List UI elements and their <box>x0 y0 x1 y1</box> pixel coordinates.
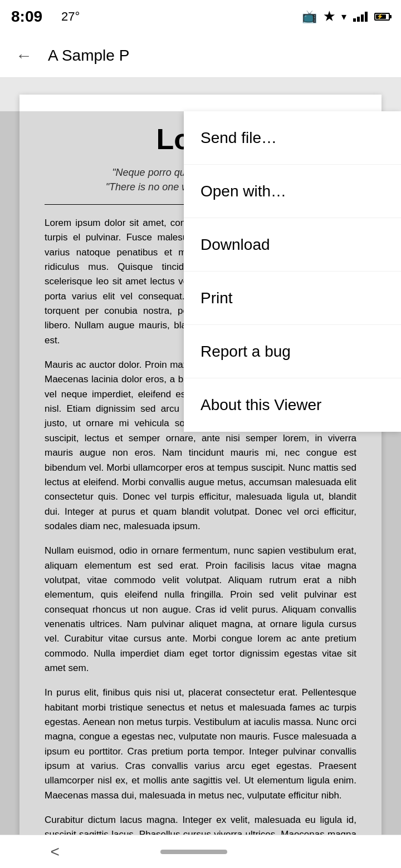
wifi-down-icon: ▾ <box>341 11 346 23</box>
signal-icon <box>353 12 368 22</box>
menu-item-print[interactable]: Print <box>184 272 401 325</box>
menu-item-download[interactable]: Download <box>184 218 401 272</box>
nav-pill <box>160 850 227 854</box>
status-temperature: 27° <box>61 9 80 24</box>
bluetooth-icon: ★ <box>324 9 335 24</box>
menu-item-about-viewer[interactable]: About this Viewer <box>184 378 401 432</box>
menu-item-open-with[interactable]: Open with… <box>184 165 401 218</box>
app-bar: ← A Sample P <box>0 33 401 78</box>
content-area: Lorem "Neque porro quisquam est qui dolo… <box>0 78 401 835</box>
battery-icon: ⚡ <box>374 13 390 21</box>
status-time: 8:09 <box>11 8 42 26</box>
back-button[interactable]: ← <box>11 42 37 70</box>
status-icons: 📺 ★ ▾ ⚡ <box>302 9 390 24</box>
menu-item-report-bug[interactable]: Report a bug <box>184 325 401 378</box>
status-bar: 8:09 27° 📺 ★ ▾ ⚡ <box>0 0 401 33</box>
bottom-nav: < <box>0 835 401 868</box>
dropdown-menu: Send file… Open with… Download Print Rep… <box>184 111 401 432</box>
nav-back-button[interactable]: < <box>51 843 60 861</box>
app-bar-title: A Sample P <box>48 47 390 65</box>
screencast-icon: 📺 <box>302 9 317 24</box>
menu-item-send-file[interactable]: Send file… <box>184 111 401 165</box>
